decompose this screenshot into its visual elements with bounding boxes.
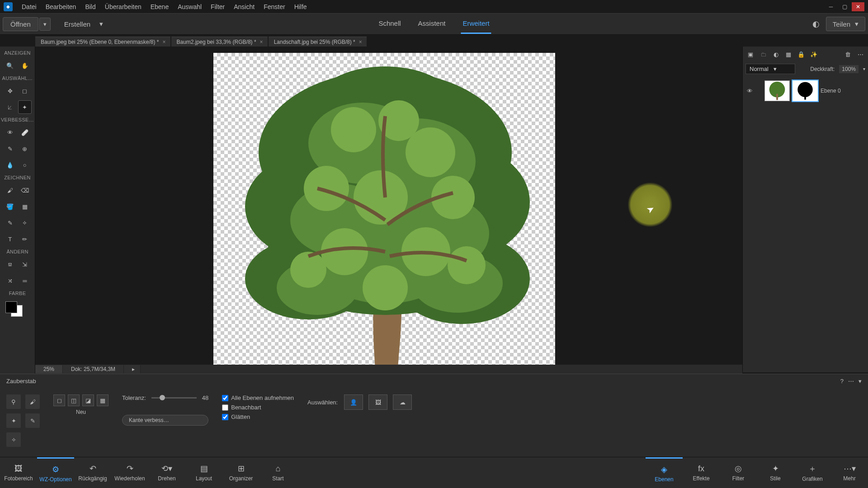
refine-select-icon[interactable]: ✎ (25, 413, 40, 428)
bottom-drehen[interactable]: ⟲▾ Drehen (148, 457, 185, 488)
bottom-ebenen[interactable]: ◈ Ebenen (646, 457, 683, 488)
menu-bild[interactable]: Bild (80, 1, 100, 12)
straighten-tool-icon[interactable]: ═ (19, 274, 31, 287)
adjustment-layer-icon[interactable]: ◐ (771, 49, 781, 59)
checkbox-icon[interactable] (222, 414, 228, 420)
bottom-filter[interactable]: ◎ Filter (720, 457, 757, 488)
brush-tool-icon[interactable]: 🖌 (4, 184, 16, 197)
text-tool-icon[interactable]: T (4, 233, 16, 245)
content-move-icon[interactable]: ⤨ (4, 274, 16, 287)
sponge-tool-icon[interactable]: ○ (19, 159, 31, 171)
open-dropdown-caret[interactable]: ▾ (39, 18, 51, 31)
mode-tab-assistent[interactable]: Assistent (416, 14, 448, 34)
bottom-rueckgaengig[interactable]: ↶ Rückgängig (74, 457, 111, 488)
menu-ueberarbeiten[interactable]: Überarbeiten (100, 1, 146, 12)
bottom-layout[interactable]: ▤ Layout (185, 457, 222, 488)
share-button[interactable]: Teilen ▾ (826, 17, 865, 31)
close-icon[interactable]: × (163, 39, 166, 45)
select-background-icon[interactable]: 🖼 (368, 394, 387, 410)
select-subject-icon[interactable]: 👤 (344, 394, 363, 410)
all-layers-checkbox[interactable]: Alle Ebenen aufnehmen (222, 394, 294, 401)
panel-menu-icon[interactable]: ⋯ (855, 49, 865, 59)
auto-select-icon[interactable]: ✧ (6, 432, 21, 447)
eraser-tool-icon[interactable]: ⌫ (19, 184, 31, 197)
paint-bucket-icon[interactable]: 🪣 (4, 200, 16, 213)
clone-stamp-icon[interactable]: ⊕ (19, 142, 31, 155)
lock-layer-icon[interactable]: 🔒 (796, 49, 806, 59)
add-selection-icon[interactable]: ◫ (68, 394, 80, 406)
open-button[interactable]: Öffnen (3, 17, 38, 31)
slider-track[interactable] (151, 397, 197, 399)
layer-mask-thumbnail[interactable] (793, 80, 818, 101)
refine-edge-button[interactable]: Kante verbess… (122, 415, 208, 426)
visibility-toggle-icon[interactable]: 👁 (745, 88, 754, 94)
menu-hilfe[interactable]: Hilfe (290, 1, 311, 12)
zoom-tool-icon[interactable]: 🔍 (4, 59, 16, 72)
bottom-fotobereich[interactable]: 🖼 Fotobereich (0, 457, 37, 488)
fx-icon[interactable]: ✨ (809, 49, 819, 59)
zoom-level[interactable]: 25% (35, 365, 63, 373)
menu-ebene[interactable]: Ebene (146, 1, 173, 12)
eye-tool-icon[interactable]: 👁 (4, 126, 16, 139)
magic-wand-tool-icon[interactable]: ✦ (19, 101, 31, 113)
magic-wand-icon[interactable]: ✦ (6, 413, 21, 428)
bottom-organizer[interactable]: ⊞ Organizer (222, 457, 259, 488)
contiguous-checkbox[interactable]: Benachbart (222, 404, 294, 411)
slider-thumb[interactable] (160, 395, 165, 400)
checkbox-icon[interactable] (222, 395, 228, 401)
layer-group-icon[interactable]: 🗀 (758, 49, 768, 59)
blur-tool-icon[interactable]: 💧 (4, 159, 16, 171)
eyedropper-icon[interactable]: ✎ (4, 216, 16, 229)
menu-bearbeiten[interactable]: Bearbeiten (41, 1, 81, 12)
tolerance-slider[interactable]: Toleranz: 48 (122, 394, 208, 401)
layer-row-0[interactable]: 👁 Ebene 0 (745, 79, 865, 103)
intersect-selection-icon[interactable]: ▦ (97, 394, 108, 406)
layer-name[interactable]: Ebene 0 (821, 88, 841, 94)
mode-tab-erweitert[interactable]: Erweitert (461, 14, 491, 34)
recompose-tool-icon[interactable]: ⇲ (19, 258, 31, 271)
menu-auswahl[interactable]: Auswahl (173, 1, 206, 12)
document-tab-3[interactable]: Landschaft.jpg bei 25% (RGB/8) * × (269, 37, 367, 47)
layer-mask-icon[interactable]: ▦ (783, 49, 793, 59)
select-sky-icon[interactable]: ☁ (393, 394, 412, 410)
document-tab-2[interactable]: Baum2.jpeg bei 33,3% (RGB/8) * × (171, 37, 268, 47)
create-dropdown[interactable]: Erstellen ▾ (64, 20, 103, 28)
chevron-down-icon[interactable]: ▾ (863, 66, 865, 71)
collapse-icon[interactable]: ▾ (859, 378, 862, 385)
document-canvas[interactable] (213, 53, 555, 394)
menu-ansicht[interactable]: Ansicht (229, 1, 259, 12)
selection-brush-icon[interactable]: 🖌 (25, 394, 40, 409)
quick-select-icon[interactable]: ⚲ (6, 394, 21, 409)
mode-tab-schnell[interactable]: Schnell (377, 14, 402, 34)
gradient-tool-icon[interactable]: ▦ (19, 200, 31, 213)
document-tab-1[interactable]: Baum.jpeg bei 25% (Ebene 0, Ebenenmaske/… (35, 37, 170, 47)
close-icon[interactable]: × (260, 39, 263, 45)
menu-datei[interactable]: Datei (17, 1, 41, 12)
foreground-color-swatch[interactable] (5, 301, 17, 313)
help-icon[interactable]: ? (840, 378, 844, 385)
move-tool-icon[interactable]: ✥ (4, 84, 16, 97)
shape-tool-icon[interactable]: ✧ (19, 216, 31, 229)
opacity-value[interactable]: 100% (839, 65, 859, 73)
checkbox-icon[interactable] (222, 404, 228, 411)
close-button[interactable]: ✕ (852, 2, 864, 11)
new-layer-icon[interactable]: ▣ (745, 49, 755, 59)
antialias-checkbox[interactable]: Glätten (222, 413, 294, 420)
new-selection-icon[interactable]: ◻ (53, 394, 65, 406)
bottom-start[interactable]: ⌂ Start (259, 457, 297, 488)
crop-tool-icon[interactable]: ⟏ (4, 258, 16, 271)
pencil-tool-icon[interactable]: ✏ (19, 233, 31, 245)
heal-brush-icon[interactable]: 🩹 (19, 126, 31, 139)
blend-mode-select[interactable]: Normal ▾ (745, 64, 795, 74)
maximize-button[interactable]: ▢ (838, 2, 851, 11)
layer-thumbnail[interactable] (764, 80, 790, 101)
hand-tool-icon[interactable]: ✋ (19, 59, 31, 72)
lasso-tool-icon[interactable]: ⟀ (4, 101, 16, 113)
color-swatches[interactable] (0, 298, 35, 320)
bottom-grafiken[interactable]: ＋ Grafiken (794, 457, 831, 488)
bottom-effekte[interactable]: fx Effekte (683, 457, 720, 488)
panel-menu-icon[interactable]: ⋯ (848, 378, 854, 385)
status-caret[interactable]: ▸ (124, 365, 141, 373)
canvas-area[interactable]: ➤ 25% Dok: 25,7M/34,3M ▸ (35, 47, 742, 374)
menu-filter[interactable]: Filter (206, 1, 229, 12)
